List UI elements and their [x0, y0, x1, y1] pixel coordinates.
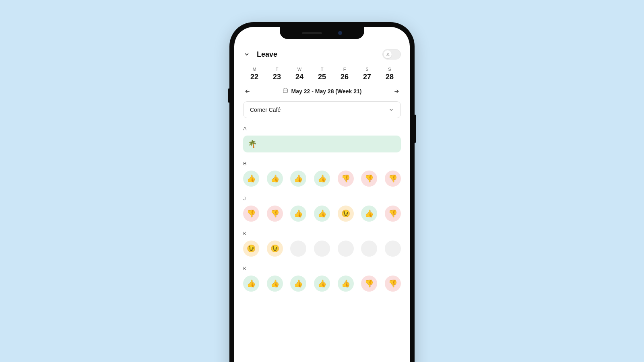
day-letter: S [356, 67, 378, 72]
day-column[interactable]: T25 [311, 67, 333, 81]
status-wink[interactable]: 😉 [338, 206, 354, 222]
status-up[interactable]: 👍 [314, 206, 330, 222]
status-down[interactable]: 👎 [385, 276, 401, 292]
week-range-label: May 22 - May 28 (Week 21) [291, 88, 362, 95]
status-up[interactable]: 👍 [243, 276, 259, 292]
prev-week-button[interactable] [243, 87, 252, 96]
day-letter: T [266, 67, 288, 72]
section-label: J [243, 195, 401, 202]
status-wink[interactable]: 😉 [267, 241, 283, 257]
day-number: 22 [243, 73, 266, 81]
next-week-button[interactable] [392, 87, 401, 96]
week-days-row: M22T23W24T25F26S27S28 [243, 67, 401, 81]
status-up[interactable]: 👍 [267, 171, 283, 187]
vacation-bar[interactable]: 🌴 [243, 136, 401, 152]
phone-frame: Leave M22T23W24T25F26S27S28 May 2 [229, 22, 415, 362]
status-row: 👍👍👍👍👎👎👎 [243, 171, 401, 187]
section-label: A [243, 125, 401, 132]
day-number: 27 [356, 73, 378, 81]
status-up[interactable]: 👍 [314, 171, 330, 187]
status-up[interactable]: 👍 [361, 206, 377, 222]
day-column[interactable]: S27 [356, 67, 378, 81]
day-letter: W [288, 67, 311, 72]
status-empty[interactable] [314, 241, 330, 257]
chevron-down-icon [388, 107, 394, 113]
svg-rect-2 [283, 89, 287, 93]
section-label: K [243, 230, 401, 237]
status-down[interactable]: 👎 [267, 206, 283, 222]
status-down[interactable]: 👎 [385, 171, 401, 187]
status-empty[interactable] [361, 241, 377, 257]
status-down[interactable]: 👎 [338, 171, 354, 187]
user-toggle[interactable] [382, 49, 401, 60]
status-down[interactable]: 👎 [361, 276, 377, 292]
page-title: Leave [257, 50, 277, 59]
status-empty[interactable] [338, 241, 354, 257]
day-number: 26 [333, 73, 356, 81]
day-number: 28 [378, 73, 401, 81]
day-number: 25 [311, 73, 333, 81]
day-column[interactable]: T23 [266, 67, 288, 81]
status-row: 👍👍👍👍👍👎👎 [243, 276, 401, 292]
phone-notch [280, 27, 364, 39]
status-up[interactable]: 👍 [290, 171, 306, 187]
status-up[interactable]: 👍 [338, 276, 354, 292]
back-chevron-icon[interactable] [243, 51, 250, 58]
status-up[interactable]: 👍 [267, 276, 283, 292]
status-up[interactable]: 👍 [243, 171, 259, 187]
status-up[interactable]: 👍 [290, 276, 306, 292]
day-letter: M [243, 67, 266, 72]
status-up[interactable]: 👍 [314, 276, 330, 292]
status-wink[interactable]: 😉 [243, 241, 259, 257]
section-label: K [243, 265, 401, 272]
status-down[interactable]: 👎 [385, 206, 401, 222]
calendar-icon [283, 88, 288, 95]
status-empty[interactable] [290, 241, 306, 257]
status-down[interactable]: 👎 [361, 171, 377, 187]
section-label: B [243, 160, 401, 167]
day-column[interactable]: F26 [333, 67, 356, 81]
status-row: 👎👎👍👍😉👍👎 [243, 206, 401, 222]
status-empty[interactable] [385, 241, 401, 257]
status-up[interactable]: 👍 [290, 206, 306, 222]
day-letter: T [311, 67, 333, 72]
svg-point-0 [387, 53, 388, 54]
day-letter: F [333, 67, 356, 72]
day-column[interactable]: S28 [378, 67, 401, 81]
day-number: 23 [266, 73, 288, 81]
phone-screen: Leave M22T23W24T25F26S27S28 May 2 [234, 27, 410, 362]
user-icon [384, 50, 392, 58]
day-column[interactable]: M22 [243, 67, 266, 81]
day-column[interactable]: W24 [288, 67, 311, 81]
status-row: 😉😉 [243, 241, 401, 257]
day-letter: S [378, 67, 401, 72]
location-label: Corner Café [250, 107, 281, 113]
day-number: 24 [288, 73, 311, 81]
status-down[interactable]: 👎 [243, 206, 259, 222]
location-dropdown[interactable]: Corner Café [243, 101, 401, 118]
